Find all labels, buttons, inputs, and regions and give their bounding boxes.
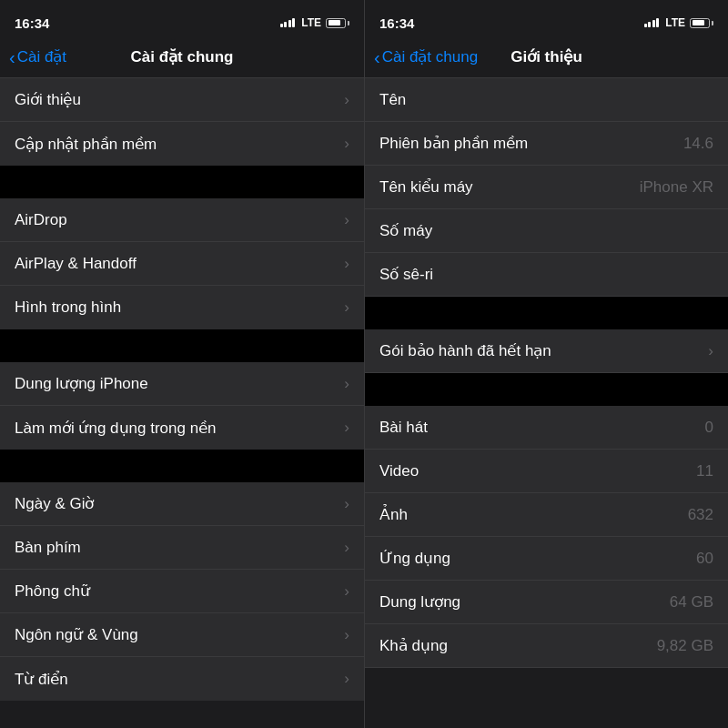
status-bar-right: 16:34 LTE <box>365 0 728 40</box>
battery-icon <box>326 18 349 28</box>
chevron-right-icon: › <box>344 211 349 229</box>
list-item[interactable]: AirPlay & Handoff › <box>0 242 364 286</box>
item-label: Phông chữ <box>15 581 90 601</box>
item-label: AirPlay & Handoff <box>15 255 136 273</box>
section-gap <box>365 297 728 329</box>
list-item[interactable]: Phông chữ › <box>0 570 364 613</box>
list-item[interactable]: Cập nhật phần mềm › <box>0 122 364 166</box>
chevron-right-icon: › <box>344 626 349 644</box>
section-1: Giới thiệu › Cập nhật phần mềm › <box>0 78 364 166</box>
lte-label: LTE <box>301 16 321 29</box>
time-right: 16:34 <box>379 15 414 31</box>
detail-row-somay: Số máy <box>365 209 728 253</box>
detail-label: Tên kiểu máy <box>379 177 473 197</box>
stats-section: Bài hát 0 Video 11 Ảnh 632 Ứng dụng 60 D… <box>365 406 728 668</box>
time-left: 16:34 <box>15 15 49 31</box>
list-item[interactable]: Hình trong hình › <box>0 286 364 329</box>
section-gap <box>0 329 364 362</box>
list-item[interactable]: Giới thiệu › <box>0 78 364 122</box>
detail-value: iPhone XR <box>640 178 713 197</box>
detail-label: Tên <box>379 91 406 109</box>
back-label-right[interactable]: Cài đặt chung <box>382 47 478 66</box>
detail-label: Khả dụng <box>379 636 448 655</box>
back-button-right[interactable]: ‹ Cài đặt chung <box>374 47 478 66</box>
detail-row-tenkieumay: Tên kiểu máy iPhone XR <box>365 166 728 209</box>
item-label: Ngày & Giờ <box>15 494 94 513</box>
detail-value: 64 GB <box>670 593 713 612</box>
nav-bar-left: ‹ Cài đặt Cài đặt chung <box>0 40 364 78</box>
status-icons-right: LTE <box>644 16 713 29</box>
section-2: AirDrop › AirPlay & Handoff › Hình trong… <box>0 198 364 329</box>
detail-label: Số máy <box>379 221 432 240</box>
back-chevron-icon: ‹ <box>374 48 380 66</box>
chevron-right-icon: › <box>344 298 349 317</box>
detail-label: Ảnh <box>379 505 408 524</box>
nav-title-right: Giới thiệu <box>511 47 582 66</box>
detail-row-soseri: Số sê-ri <box>365 253 728 297</box>
status-icons-left: LTE <box>280 16 349 29</box>
lte-label-right: LTE <box>665 16 685 29</box>
list-item[interactable]: Ngày & Giờ › <box>0 482 364 526</box>
detail-row-ungdung: Ứng dụng 60 <box>365 537 728 581</box>
chevron-right-icon: › <box>344 582 349 601</box>
list-item[interactable]: Từ điển › <box>0 657 364 701</box>
battery-icon-right <box>690 18 713 28</box>
back-chevron-icon: ‹ <box>9 48 15 66</box>
detail-value: 60 <box>696 550 713 568</box>
item-label: Dung lượng iPhone <box>15 374 148 393</box>
left-panel: 16:34 LTE ‹ Cài đặt Cài đặt chung <box>0 0 364 728</box>
back-button-left[interactable]: ‹ Cài đặt <box>9 47 66 66</box>
list-item[interactable]: Bàn phím › <box>0 526 364 570</box>
detail-row-video: Video 11 <box>365 450 728 493</box>
nav-title-left: Cài đặt chung <box>131 47 234 66</box>
chevron-right-icon: › <box>344 670 349 688</box>
item-label: Bàn phím <box>15 539 81 557</box>
list-item[interactable]: AirDrop › <box>0 198 364 242</box>
warranty-label: Gói bảo hành đã hết hạn <box>379 341 551 360</box>
info-section: Tên Phiên bản phần mềm 14.6 Tên kiểu máy… <box>365 78 728 297</box>
right-panel: 16:34 LTE ‹ Cài đặt chung Giới thiệu <box>364 0 728 728</box>
detail-list: Tên Phiên bản phần mềm 14.6 Tên kiểu máy… <box>365 78 728 728</box>
item-label: Cập nhật phần mềm <box>15 135 157 154</box>
chevron-right-icon: › <box>344 91 349 109</box>
item-label: AirDrop <box>15 211 67 229</box>
detail-value: 0 <box>705 419 713 437</box>
chevron-right-icon: › <box>344 135 349 153</box>
detail-label: Phiên bản phần mềm <box>379 134 528 153</box>
detail-label: Số sê-ri <box>379 265 433 284</box>
chevron-right-icon: › <box>344 255 349 273</box>
detail-value: 11 <box>696 462 713 480</box>
list-item[interactable]: Dung lượng iPhone › <box>0 362 364 406</box>
signal-icon <box>644 18 660 27</box>
item-label: Ngôn ngữ & Vùng <box>15 625 138 644</box>
section-4: Ngày & Giờ › Bàn phím › Phông chữ › Ngôn… <box>0 482 364 701</box>
chevron-right-icon: › <box>344 419 349 437</box>
back-label-left[interactable]: Cài đặt <box>17 47 66 66</box>
section-3: Dung lượng iPhone › Làm mới ứng dụng tro… <box>0 362 364 450</box>
list-item[interactable]: Làm mới ứng dụng trong nền › <box>0 406 364 450</box>
status-bar-left: 16:34 LTE <box>0 0 364 40</box>
detail-row-baihat: Bài hát 0 <box>365 406 728 450</box>
nav-bar-right: ‹ Cài đặt chung Giới thiệu <box>365 40 728 78</box>
list-item[interactable]: Ngôn ngữ & Vùng › <box>0 613 364 657</box>
detail-label: Dung lượng <box>379 592 460 612</box>
detail-value: 9,82 GB <box>657 637 713 655</box>
section-gap <box>365 373 728 406</box>
detail-value: 14.6 <box>683 135 713 153</box>
chevron-right-icon: › <box>344 375 349 393</box>
detail-row-ten: Tên <box>365 78 728 122</box>
detail-row-khadung: Khả dụng 9,82 GB <box>365 624 728 668</box>
signal-icon <box>280 18 296 27</box>
section-gap <box>0 450 364 482</box>
warranty-row[interactable]: Gói bảo hành đã hết hạn › <box>365 329 728 373</box>
detail-row-dunluong: Dung lượng 64 GB <box>365 581 728 624</box>
detail-value: 632 <box>688 506 713 524</box>
chevron-right-icon: › <box>708 342 713 360</box>
detail-row-anh: Ảnh 632 <box>365 493 728 537</box>
section-gap <box>0 166 364 198</box>
item-label: Hình trong hình <box>15 298 121 317</box>
item-label: Làm mới ứng dụng trong nền <box>15 419 217 438</box>
detail-label: Video <box>379 462 419 480</box>
detail-label: Bài hát <box>379 419 428 437</box>
chevron-right-icon: › <box>344 539 349 557</box>
